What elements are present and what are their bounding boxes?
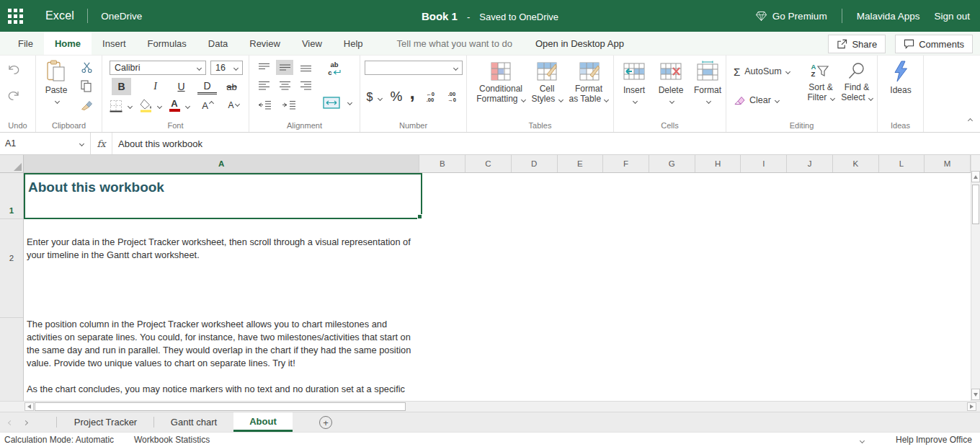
paste-icon[interactable] [42,59,71,84]
align-top-button[interactable] [255,60,272,75]
delete-dropdown[interactable] [668,97,675,105]
collapse-ribbon-button[interactable] [964,116,976,125]
clear-button[interactable]: Clear [734,93,788,107]
sheet-nav-prev-button[interactable] [6,419,14,426]
cell-a2-text[interactable]: Enter your data in the Project Tracker w… [27,236,416,262]
fill-color-dropdown[interactable] [156,102,163,110]
fx-insert-function-button[interactable]: fx [91,133,112,154]
document-title[interactable]: Book 1 [422,10,458,22]
comma-format-button[interactable]: , [406,83,418,102]
increase-decimal-button[interactable]: ←0.00 [421,89,440,106]
save-status[interactable]: Saved to OneDrive [479,12,558,22]
merge-center-button[interactable] [321,95,342,110]
cell-styles-button[interactable]: Cell Styles [528,84,566,104]
calculation-mode-status[interactable]: Calculation Mode: Automatic [4,435,114,445]
align-bottom-button[interactable] [297,60,314,75]
insert-cells-button[interactable]: Insert [614,86,654,96]
column-header-e[interactable]: E [558,155,604,172]
scroll-up-button[interactable] [971,171,980,182]
ideas-button[interactable]: Ideas [878,86,924,96]
column-header-h[interactable]: H [695,155,741,172]
align-middle-button[interactable] [276,60,293,75]
align-center-button[interactable] [276,78,293,93]
find-select-button[interactable]: Find & Select [837,83,876,102]
vertical-scrollbar[interactable] [971,155,980,401]
bold-button[interactable]: B [112,78,131,95]
add-sheet-button[interactable]: + [319,416,332,429]
number-format-select[interactable] [365,61,463,75]
column-header-d[interactable]: D [512,155,558,172]
tab-review[interactable]: Review [239,32,291,55]
tab-help[interactable]: Help [333,32,374,55]
strikethrough-button[interactable]: ab [222,78,241,95]
workbook-statistics-button[interactable]: Workbook Statistics [134,435,210,445]
font-family-select[interactable]: Calibri [110,61,206,75]
ideas-lightning-icon[interactable] [891,60,911,83]
borders-dropdown[interactable] [126,102,133,110]
column-header-k[interactable]: K [833,155,879,172]
sheet-tab-gantt-chart[interactable]: Gantt chart [155,412,233,432]
underline-button[interactable]: U [172,78,191,95]
tab-home[interactable]: Home [44,32,92,55]
tab-file[interactable]: File [7,32,44,55]
column-header-g[interactable]: G [649,155,695,172]
comments-button[interactable]: Comments [895,35,973,53]
cell-a3-text[interactable]: The position column in the Project Track… [27,318,416,370]
column-header-m[interactable]: M [925,155,971,172]
fill-handle[interactable] [417,214,422,219]
cell-styles-icon[interactable] [527,61,567,81]
sheet-tab-project-tracker[interactable]: Project Tracker [58,412,153,432]
column-header-f[interactable]: F [603,155,649,172]
row-header-1[interactable]: 1 [0,206,23,215]
increase-indent-button[interactable] [280,97,298,112]
name-box[interactable]: A1 [0,133,91,154]
column-header-b[interactable]: B [419,155,466,172]
share-button[interactable]: Share [828,35,886,53]
shrink-font-button[interactable]: A [225,97,242,113]
column-header-a[interactable]: A [24,155,420,172]
borders-button[interactable] [108,99,124,113]
grow-font-button[interactable]: A [199,97,216,113]
scroll-down-button[interactable] [971,389,980,400]
align-left-button[interactable] [255,78,272,93]
tab-data[interactable]: Data [197,32,239,55]
status-bar-chevron[interactable] [858,437,866,444]
app-name[interactable]: Excel [45,9,74,22]
sort-filter-icon[interactable]: A Z [807,60,833,81]
column-header-i[interactable]: I [741,155,787,172]
percent-format-button[interactable]: % [388,87,405,106]
redo-button[interactable] [5,89,22,102]
font-color-button[interactable]: A [167,97,182,113]
vertical-scroll-thumb[interactable] [972,185,979,224]
horizontal-scrollbar[interactable] [0,401,980,412]
tab-insert[interactable]: Insert [92,32,137,55]
sheet-tab-about[interactable]: About [233,412,293,432]
go-premium-button[interactable]: Go Premium [755,11,827,22]
align-right-button[interactable] [297,78,314,93]
open-in-desktop-button[interactable]: Open in Desktop App [535,32,624,55]
tell-me-search[interactable]: Tell me what you want to do [397,32,512,55]
sign-out-button[interactable]: Sign out [934,11,970,22]
autosum-button[interactable]: Σ AutoSum [734,64,803,79]
format-painter-button[interactable] [79,97,94,111]
row-header-2[interactable]: 2 [0,254,23,262]
conditional-formatting-icon[interactable] [478,61,523,81]
merge-center-dropdown[interactable] [346,99,353,106]
decrease-decimal-button[interactable]: .00→0 [442,89,461,106]
scroll-right-button[interactable] [967,402,976,411]
sheet-nav-next-button[interactable] [21,419,30,426]
wrap-text-button[interactable]: ab c [324,59,344,78]
delete-cells-button[interactable]: Delete [651,86,691,96]
cut-button[interactable] [79,61,94,75]
font-color-dropdown[interactable] [184,102,191,110]
format-dropdown[interactable] [705,97,712,105]
paste-label[interactable]: Paste [36,86,76,96]
currency-format-button[interactable]: $ [363,89,376,106]
formula-input[interactable]: About this workbook [112,133,980,154]
column-header-c[interactable]: C [466,155,512,172]
sort-filter-button[interactable]: Sort & Filter [801,83,840,102]
fill-color-button[interactable] [138,97,154,113]
delete-cells-icon[interactable] [659,61,682,81]
format-as-table-button[interactable]: Format as Table [565,84,612,104]
insert-dropdown[interactable] [631,97,638,105]
